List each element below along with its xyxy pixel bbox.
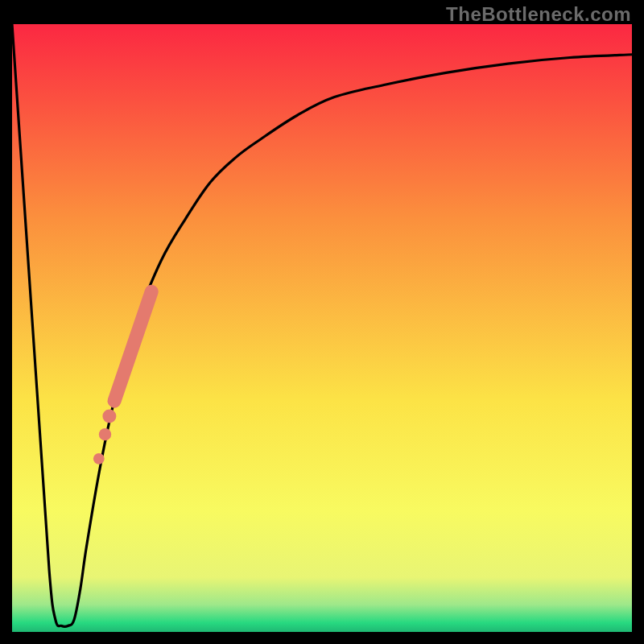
- highlight-dot: [102, 409, 116, 423]
- highlight-dot: [93, 453, 105, 464]
- gradient-background: [12, 24, 632, 632]
- highlight-dot: [99, 428, 111, 440]
- bottleneck-chart: [12, 24, 632, 632]
- chart-frame: [12, 24, 632, 632]
- watermark-text: TheBottleneck.com: [446, 3, 631, 26]
